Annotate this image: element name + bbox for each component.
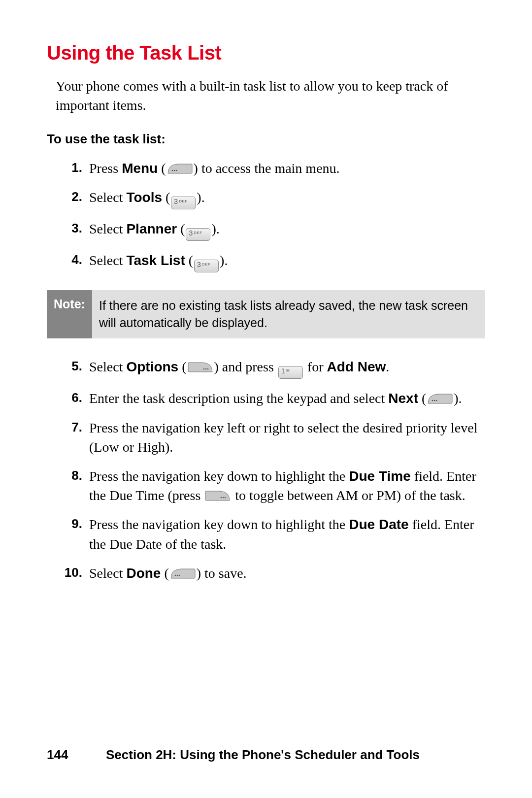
step-text: ).	[197, 190, 204, 205]
step-number: 2.	[47, 188, 82, 205]
step-keyword: Task List	[126, 253, 185, 268]
step-text: ) to save.	[197, 565, 247, 581]
step-text: (	[158, 161, 166, 176]
svg-point-0	[171, 170, 173, 171]
step-text: ).	[220, 253, 228, 268]
step-text: Select	[89, 221, 126, 236]
svg-point-3	[203, 368, 204, 370]
step-text: (	[178, 359, 186, 374]
step-text: .	[386, 359, 389, 374]
page-footer: 144 Section 2H: Using the Phone's Schedu…	[47, 747, 485, 763]
step-keyword: Menu	[122, 161, 158, 176]
step-6: 6. Enter the task description using the …	[47, 389, 485, 408]
manual-page: Using the Task List Your phone comes wit…	[0, 0, 532, 798]
left-softkey-icon	[167, 163, 193, 174]
step-number: 4.	[47, 251, 82, 268]
key-1-icon: 1✉	[278, 366, 303, 379]
left-softkey-icon	[170, 567, 196, 579]
step-text: (	[161, 565, 168, 581]
page-title: Using the Task List	[47, 42, 485, 64]
step-keyword: Due Time	[349, 468, 411, 484]
key-3-icon: 3DEF	[194, 260, 219, 272]
step-text: (	[185, 253, 193, 268]
note-label: Note:	[47, 290, 92, 338]
step-text: ).	[454, 391, 462, 406]
note-box: Note: If there are no existing task list…	[47, 290, 485, 338]
right-softkey-icon	[205, 490, 231, 501]
step-text: ).	[211, 221, 219, 236]
step-text: Enter the task description using the key…	[89, 391, 388, 406]
step-9: 9. Press the navigation key down to high…	[47, 515, 485, 553]
left-softkey-icon	[427, 393, 453, 404]
step-keyword: Due Date	[349, 517, 408, 532]
step-keyword: Next	[388, 391, 418, 406]
step-number: 9.	[47, 515, 82, 532]
note-text: If there are no existing task lists alre…	[92, 290, 485, 338]
step-text: ) and press	[214, 359, 277, 374]
intro-paragraph: Your phone comes with a built-in task li…	[56, 77, 485, 115]
step-text: Press the navigation key down to highlig…	[89, 468, 349, 484]
right-softkey-icon	[188, 361, 213, 373]
step-text: (	[177, 221, 185, 236]
step-keyword: Planner	[126, 221, 177, 236]
step-7: 7. Press the navigation key left or righ…	[47, 418, 485, 457]
svg-point-1	[173, 170, 175, 171]
step-number: 8.	[47, 466, 82, 484]
svg-point-8	[436, 400, 437, 401]
steps-list-1: 1. Press Menu () to access the main menu…	[47, 159, 485, 272]
step-text: for	[304, 359, 327, 374]
step-text: Press the navigation key left or right t…	[89, 420, 477, 455]
step-text: Select	[89, 359, 126, 374]
step-keyword: Done	[126, 565, 161, 581]
svg-point-2	[175, 170, 177, 171]
step-5: 5. Select Options () and press 1✉ for Ad…	[47, 357, 485, 379]
step-text: Select	[89, 190, 126, 205]
step-number: 10.	[47, 564, 82, 581]
step-text: Press	[89, 161, 122, 176]
step-8: 8. Press the navigation key down to high…	[47, 466, 485, 505]
step-keyword: Add New	[327, 359, 386, 374]
step-2: 2. Select Tools (3DEF).	[47, 188, 485, 209]
page-number: 144	[47, 747, 106, 763]
svg-point-11	[225, 497, 226, 499]
step-keyword: Tools	[126, 190, 162, 205]
step-keyword: Options	[126, 359, 178, 374]
step-text: ) to access the main menu.	[194, 161, 340, 176]
section-title: Section 2H: Using the Phone's Scheduler …	[106, 747, 420, 763]
step-number: 5.	[47, 357, 82, 375]
svg-point-5	[207, 368, 208, 370]
svg-point-13	[176, 574, 178, 576]
svg-point-9	[221, 497, 222, 499]
step-4: 4. Select Task List (3DEF).	[47, 251, 485, 272]
step-text: Select	[89, 565, 126, 581]
svg-point-6	[432, 400, 433, 401]
step-text: (	[418, 391, 426, 406]
step-text: to toggle between AM or PM) of the task.	[232, 488, 465, 503]
steps-list-2: 5. Select Options () and press 1✉ for Ad…	[47, 357, 485, 583]
svg-point-10	[223, 497, 224, 499]
svg-point-12	[174, 574, 176, 576]
svg-point-14	[178, 574, 180, 576]
key-3-icon: 3DEF	[171, 197, 196, 209]
step-1: 1. Press Menu () to access the main menu…	[47, 159, 485, 178]
step-text: (	[162, 190, 170, 205]
svg-point-4	[205, 368, 206, 370]
step-number: 7.	[47, 418, 82, 436]
step-text: Select	[89, 253, 126, 268]
step-text: Press the navigation key down to highlig…	[89, 517, 349, 532]
step-number: 3.	[47, 219, 82, 237]
step-10: 10. Select Done () to save.	[47, 564, 485, 583]
step-number: 6.	[47, 389, 82, 406]
svg-point-7	[434, 400, 435, 401]
key-3-icon: 3DEF	[186, 228, 210, 241]
step-number: 1.	[47, 159, 82, 176]
step-3: 3. Select Planner (3DEF).	[47, 219, 485, 241]
procedure-subhead: To use the task list:	[47, 132, 485, 147]
